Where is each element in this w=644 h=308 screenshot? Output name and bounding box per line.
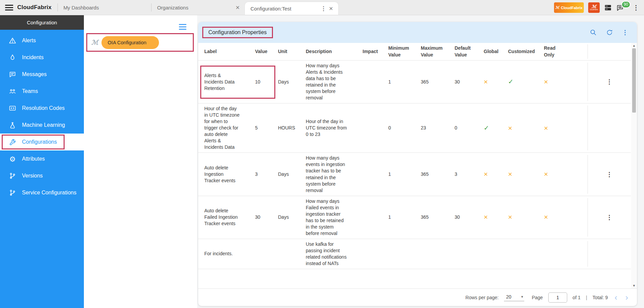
cell-min-value: 1: [388, 79, 421, 85]
topbar-actions: ℳ CloudFabrix ℳ CloudFabrix 90 ⋮: [554, 0, 639, 15]
tab-my-dashboards[interactable]: My Dashboards: [58, 0, 151, 15]
sidebar-item-label: Alerts: [22, 38, 36, 44]
cell-max-value: 365: [421, 214, 455, 220]
tab-label: Configuration:Test: [250, 6, 318, 11]
x-icon: ×: [508, 213, 512, 221]
table-body: Alerts & Incidents Data Retention10DaysH…: [198, 61, 631, 269]
app-menu-icon[interactable]: [5, 5, 13, 10]
sidebar-item-label: Machine Learning: [22, 122, 65, 128]
code-box-icon: [8, 104, 17, 112]
tab-menu-icon[interactable]: ⋮: [321, 6, 326, 11]
sidebar-item-messages[interactable]: Messages: [0, 66, 84, 83]
cell-default-value: 30: [455, 214, 484, 220]
sidebar-item-teams[interactable]: Teams: [0, 83, 84, 100]
cell-label: Alerts & Incidents Data Retention: [204, 72, 255, 92]
cell-read-only: ×: [544, 77, 564, 87]
sidebar-item-incidents[interactable]: Incidents: [0, 49, 84, 66]
explorer-menu-icon[interactable]: [179, 24, 186, 30]
row-actions-kebab-icon[interactable]: ⋮: [606, 78, 613, 86]
chevron-left-icon[interactable]: ‹: [613, 293, 619, 302]
git-branch-icon: [8, 172, 17, 180]
column-header-value: Value: [255, 48, 278, 55]
scroll-up-icon[interactable]: ▲: [632, 43, 636, 48]
search-icon[interactable]: [590, 29, 597, 36]
cell-label: Auto delete Failed Ingestion Tracker eve…: [204, 208, 255, 227]
close-icon[interactable]: ×: [236, 4, 240, 11]
cell-value: 5: [255, 125, 278, 131]
alert-triangle-icon: [8, 37, 17, 44]
sidebar-item-versions[interactable]: Versions: [0, 167, 84, 184]
pagination-separator: |: [586, 295, 587, 300]
row-actions-kebab-icon[interactable]: ⋮: [606, 171, 613, 178]
flask-icon: [8, 121, 17, 129]
vertical-scrollbar[interactable]: ▲ ▼: [631, 43, 637, 288]
table-row: Hour of the day in UTC timezone for when…: [198, 103, 631, 153]
git-branch-icon: [8, 189, 17, 196]
brand-name: CloudFabrix: [17, 4, 51, 11]
close-icon[interactable]: ×: [329, 5, 333, 12]
sidebar-item-machine-learning[interactable]: Machine Learning: [0, 117, 84, 134]
sidebar-item-label: Service Configurations: [22, 190, 76, 196]
row-actions-kebab-icon[interactable]: ⋮: [606, 214, 613, 221]
page-title: Configuration Properties: [208, 29, 267, 35]
chevron-right-icon[interactable]: ›: [624, 293, 629, 302]
sidebar-title: Configuration: [0, 15, 84, 30]
column-header-actions: [588, 44, 631, 59]
column-header-description: Description: [306, 48, 363, 55]
server-stack-icon[interactable]: [604, 4, 612, 11]
sidebar-item-service-configurations[interactable]: Service Configurations: [0, 184, 84, 201]
table-row: Auto delete Failed Ingestion Tracker eve…: [198, 196, 631, 239]
cell-read-only: ×: [544, 212, 564, 222]
tab-organizations[interactable]: Organizations ×: [152, 0, 245, 15]
cell-max-value: 365: [421, 79, 455, 85]
sidebar-item-label: Attributes: [22, 156, 45, 162]
cell-customized: ×: [508, 169, 544, 179]
tab-strip: My Dashboards Organizations × Configurat…: [58, 0, 338, 15]
column-header-minimum-value: Minimum Value: [388, 45, 421, 58]
cell-value: 3: [255, 171, 278, 177]
page-number-input[interactable]: [548, 292, 567, 303]
cell-min-value: 1: [388, 214, 421, 220]
oia-configuration-item[interactable]: OIA Configuration: [101, 36, 159, 49]
x-icon: ×: [508, 124, 512, 132]
rows-per-page-select[interactable]: 20 ▼: [504, 293, 524, 301]
sidebar-item-alerts[interactable]: Alerts: [0, 32, 84, 49]
cell-unit: Days: [278, 214, 306, 220]
sidebar-item-configurations[interactable]: Configurations: [0, 134, 84, 150]
notification-count-badge: 90: [621, 1, 630, 8]
x-icon: ×: [484, 170, 488, 178]
cloudfabrix-account-button[interactable]: ℳ CloudFabrix: [554, 2, 584, 13]
pagination-bar: Rows per page: 20 ▼ Page of 1 | Total: 9…: [198, 288, 637, 306]
scroll-down-icon[interactable]: ▼: [632, 283, 636, 288]
sidebar-item-label: Incidents: [22, 54, 44, 61]
sidebar-nav: AlertsIncidentsMessagesTeamsResolution C…: [0, 30, 84, 201]
card-kebab-menu-icon[interactable]: ⋮: [622, 29, 628, 35]
total-label: Total: 9: [593, 295, 608, 300]
table-row: Alerts & Incidents Data Retention10DaysH…: [198, 61, 631, 103]
cloudfabrix-logo-icon: ℳ: [592, 5, 596, 9]
column-header-maximum-value: Maximum Value: [421, 45, 455, 58]
cell-actions: ⋮: [588, 198, 631, 237]
account-button-label: CloudFabrix: [561, 6, 582, 10]
scrollbar-thumb[interactable]: [632, 48, 636, 113]
topbar-kebab-menu-icon[interactable]: ⋮: [633, 4, 639, 11]
cell-actions: ⋮: [588, 155, 631, 193]
refresh-icon[interactable]: [606, 29, 613, 36]
sidebar-item-label: Resolution Codes: [22, 105, 65, 111]
sidebar-item-attributes[interactable]: ⚙Attributes: [0, 150, 84, 167]
cell-min-value: 0: [388, 125, 421, 131]
annotation-box-title: Configuration Properties: [202, 27, 273, 38]
topbar: CloudFabrix My Dashboards Organizations …: [0, 0, 644, 15]
caret-down-icon: ▼: [521, 295, 524, 299]
configuration-explorer-panel: ℳ OIA Configuration: [84, 15, 197, 308]
sidebar-item-resolution-codes[interactable]: Resolution Codes: [0, 100, 84, 117]
cloudfabrix-app-button[interactable]: ℳ CloudFabrix: [588, 2, 600, 13]
cell-global: ×: [484, 77, 508, 87]
tab-configuration-test[interactable]: Configuration:Test ⋮ ×: [245, 2, 338, 15]
column-header-impact: Impact: [363, 48, 388, 55]
brand: CloudFabrix: [0, 0, 58, 15]
cell-unit: Days: [278, 79, 306, 85]
column-header-unit: Unit: [278, 48, 306, 55]
x-icon: ×: [484, 213, 488, 221]
cell-actions: ⋮: [588, 63, 631, 101]
